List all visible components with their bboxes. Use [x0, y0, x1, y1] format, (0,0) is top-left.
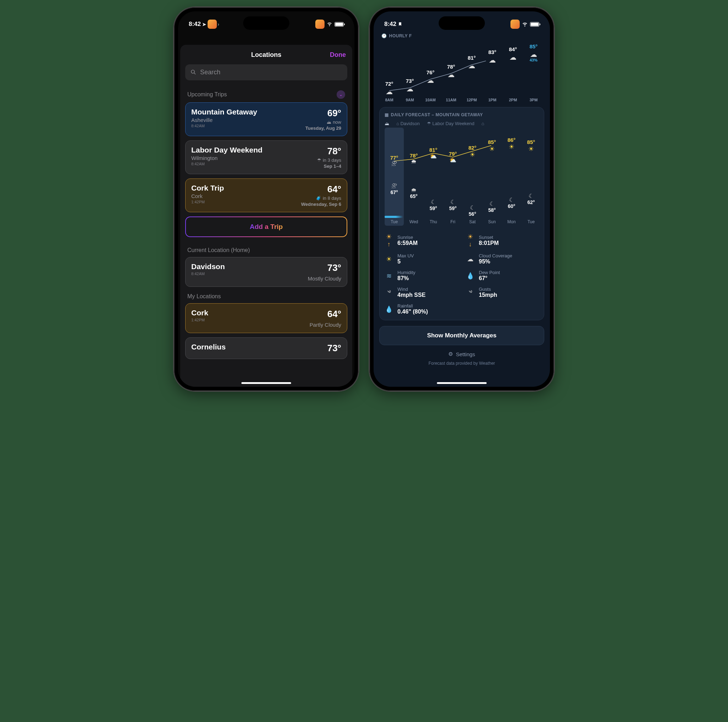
home-indicator[interactable] [437, 382, 486, 384]
tab-Davidson[interactable]: ⌂ Davidson [396, 121, 420, 126]
add-trip-button[interactable]: Add a Trip [185, 217, 347, 237]
day-label: Mon [502, 219, 521, 224]
loc-temp: 73° [308, 262, 341, 273]
tab-mountain[interactable]: ⛰ [385, 121, 389, 126]
weather-icon: ⛈ [385, 161, 404, 167]
day-lo-temp: 67° [385, 190, 404, 195]
gear-icon: ⚙ [448, 351, 453, 357]
umbrella-icon: ☂ [427, 121, 431, 126]
hour-point[interactable]: 72° ☁ [379, 81, 399, 95]
monthly-averages-button[interactable]: Show Monthly Averages [379, 326, 544, 345]
cloud-icon: ☁ [482, 57, 502, 64]
day-hi-point[interactable]: 81° ⛅ [424, 147, 443, 160]
suitcase-icon: 🧳 [316, 196, 321, 201]
loc-name: Cork [191, 309, 208, 317]
settings-button[interactable]: ⚙ Settings [379, 351, 544, 357]
weather-details: ☀↑ Sunrise 6:59AM ☀↓ Sunset 8:01PM ☀ Max… [385, 233, 539, 315]
day-lo-point[interactable]: 🌧 65° [404, 187, 424, 199]
hour-point[interactable]: 84° ☁ [503, 46, 523, 61]
hour-temp: 81° [462, 55, 482, 61]
umbrella-icon: ☂ [317, 158, 321, 163]
day-lo-point[interactable]: ☾ 62° [522, 193, 541, 205]
weather-icon: ☾ [443, 199, 462, 205]
day-lo-temp: 65° [404, 193, 424, 199]
detail-dew-point: 💧 Dew Point 67° [466, 270, 539, 281]
tab-home[interactable]: ⌂ [482, 121, 485, 126]
day-lo-point[interactable]: ☾ 60° [502, 197, 521, 209]
hour-temp: 72° [379, 81, 399, 87]
location-card[interactable]: Cornelius 73° [185, 337, 347, 359]
trip-card[interactable]: Mountain Getaway Asheville 8:42AM 69° ⛰ … [185, 102, 347, 136]
home-indicator[interactable] [242, 382, 291, 384]
section-my: My Locations [187, 293, 345, 300]
day-hi-point[interactable]: 85° ☀ [482, 139, 502, 153]
day-label: Sun [482, 219, 502, 224]
sheet-title: Locations [251, 51, 281, 59]
weather-icon: ☾ [502, 197, 521, 203]
hour-label: 12PM [462, 98, 482, 102]
weather-icon: ☀ [482, 145, 502, 153]
day-lo-temp: 56° [463, 211, 482, 217]
weather-icon: ⛅ [443, 157, 462, 164]
hourly-chart[interactable]: 72° ☁ 8AM 73° ☁ 9AM 76° ☁ 10AM 78° ☁ 11A… [379, 40, 544, 102]
day-hi-temp: 81° [424, 147, 443, 153]
trip-card[interactable]: Labor Day Weekend Wilmington 8:42AM 78° … [185, 141, 347, 174]
current-location-card[interactable]: Davidson 8:42AM 73° Mostly Cloudy [185, 257, 347, 287]
detail-value: 5 [398, 259, 414, 265]
day-hi-point[interactable]: 86° ☀ [502, 137, 521, 151]
day-lo-point[interactable]: ☾ 58° [482, 200, 502, 213]
day-lo-point[interactable]: ☾ 56° [463, 204, 482, 217]
weather-icon: ☾ [424, 199, 443, 205]
detail-label: Humidity [398, 270, 416, 275]
day-lo-point[interactable]: ☾ 59° [424, 199, 443, 211]
trip-card[interactable]: Cork Trip Cork 1:42PM 64° 🧳 in 8 days We… [185, 179, 347, 212]
day-hi-temp: 82° [463, 145, 482, 151]
hour-point[interactable]: 81° ☁ [462, 55, 482, 69]
chevron-down-icon[interactable]: ⌄ [336, 90, 345, 99]
weather-icon: 🌧 [404, 159, 424, 165]
location-tabs: ⛰ ⌂ Davidson ☂ Labor Day Weekend ⌂ [385, 121, 539, 126]
detail-value: 8:01PM [479, 240, 499, 246]
trip-time: 1:42PM [191, 200, 224, 204]
hour-point[interactable]: 78° ☁ [441, 64, 461, 78]
day-hi-point[interactable]: 79° ⛅ [443, 151, 462, 164]
trip-name: Cork Trip [191, 184, 224, 192]
detail-value: 67° [479, 275, 500, 281]
pip-icon [511, 20, 520, 29]
search-input[interactable]: Search [185, 64, 347, 80]
hour-point[interactable]: 76° ☁ [421, 69, 440, 84]
tab-Labor Day Weekend[interactable]: ☂ Labor Day Weekend [427, 121, 474, 126]
day-lo-point[interactable]: ⛈ 67° [385, 183, 404, 195]
wind-icon: ༄ [385, 289, 393, 296]
day-hi-temp: 85° [522, 139, 541, 145]
hour-point[interactable]: 85° ☁ 43% [524, 43, 543, 62]
day-hi-point[interactable]: 78° 🌧 [404, 153, 424, 165]
location-card[interactable]: Cork 1:42PM 64° Partly Cloudy [185, 303, 347, 333]
trip-status: ⛰ now [305, 119, 341, 125]
hour-point[interactable]: 83° ☁ [482, 49, 502, 64]
detail-value: 15mph [479, 292, 497, 298]
svg-line-1 [194, 73, 196, 74]
day-lo-point[interactable]: ☾ 59° [443, 199, 462, 211]
done-button[interactable]: Done [330, 51, 346, 59]
detail-label: Cloud Coverage [479, 253, 512, 259]
trip-name: Labor Day Weekend [191, 146, 262, 154]
trip-date: Wednesday, Sep 6 [301, 202, 341, 207]
day-hi-point[interactable]: 82° ☀ [463, 145, 482, 159]
data-credit: Forecast data provided by Weather [379, 361, 544, 366]
day-hi-temp: 78° [404, 153, 424, 159]
day-hi-point[interactable]: 85° ☀ [522, 139, 541, 153]
day-hi-point[interactable]: 77° ⛈ [385, 154, 404, 167]
cloud-icon: ☁ [400, 85, 420, 92]
day-hi-temp: 77° [385, 154, 404, 161]
dew-icon: 💧 [466, 272, 474, 280]
locations-sheet: Locations Done Search Upcoming Trips ⌄ M… [180, 45, 352, 387]
day-label: Thu [424, 219, 443, 224]
hour-temp: 78° [441, 64, 461, 70]
home-icon: ⌂ [482, 121, 485, 126]
hour-point[interactable]: 73° ☁ [400, 78, 420, 92]
day-label: Wed [404, 219, 424, 224]
detail-rainfall: 💧 Rainfall 0.46" (80%) [385, 303, 539, 315]
daily-chart[interactable]: 77° ⛈ ⛈ 67° Tue 78° 🌧 🌧 65° Wed 81° ⛅ ☾ … [385, 130, 539, 229]
detail-label: Sunset [479, 235, 499, 240]
